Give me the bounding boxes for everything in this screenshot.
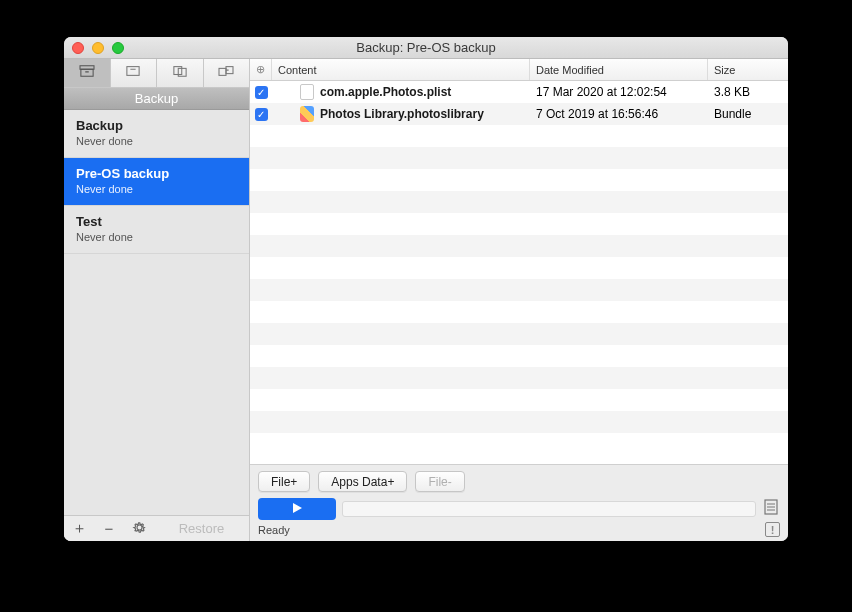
file-add-button[interactable]: File+: [258, 471, 310, 492]
document-lines-icon: [764, 499, 778, 519]
table-header: ⊕ Content Date Modified Size: [250, 59, 788, 81]
file-date: 7 Oct 2019 at 16:56:46: [530, 107, 708, 121]
tab-overlap[interactable]: [157, 59, 204, 87]
file-name: Photos Library.photoslibrary: [320, 107, 484, 121]
window-minimize-button[interactable]: [92, 42, 104, 54]
window-close-button[interactable]: [72, 42, 84, 54]
box-icon: [124, 64, 142, 82]
run-backup-button[interactable]: [258, 498, 336, 520]
log-button[interactable]: [762, 500, 780, 518]
tab-backup-plan[interactable]: [64, 59, 111, 87]
main-panel: ⊕ Content Date Modified Size ✓ com.apple…: [250, 59, 788, 541]
remove-backup-button[interactable]: −: [94, 516, 124, 542]
row-checkbox[interactable]: ✓: [255, 86, 268, 99]
file-name: com.apple.Photos.plist: [320, 85, 451, 99]
play-icon: [291, 500, 303, 518]
circle-plus-icon: ⊕: [256, 63, 265, 76]
sidebar-footer: ＋ − Restore: [64, 515, 249, 541]
progress-bar: [342, 501, 756, 517]
backup-item-name: Test: [76, 214, 237, 229]
svg-rect-1: [81, 69, 93, 76]
window-title: Backup: Pre-OS backup: [64, 40, 788, 55]
sync-squares-icon: [217, 64, 235, 82]
sidebar: Backup Backup Never done Pre-OS backup N…: [64, 59, 250, 541]
table-row[interactable]: ✓ Photos Library.photoslibrary 7 Oct 201…: [250, 103, 788, 125]
column-size[interactable]: Size: [708, 59, 788, 80]
sidebar-section-header: Backup: [64, 88, 249, 110]
backup-item-name: Backup: [76, 118, 237, 133]
column-date[interactable]: Date Modified: [530, 59, 708, 80]
bottom-bar: File+ Apps Data+ File- Ready !: [250, 464, 788, 541]
file-table[interactable]: ✓ com.apple.Photos.plist 17 Mar 2020 at …: [250, 81, 788, 464]
tab-archive[interactable]: [111, 59, 158, 87]
titlebar[interactable]: Backup: Pre-OS backup: [64, 37, 788, 59]
alert-button[interactable]: !: [765, 522, 780, 537]
plus-icon: ＋: [72, 519, 87, 538]
gear-icon: [132, 520, 147, 538]
file-icon: [300, 84, 314, 100]
file-remove-button[interactable]: File-: [415, 471, 464, 492]
apps-data-add-button[interactable]: Apps Data+: [318, 471, 407, 492]
backup-item[interactable]: Backup Never done: [64, 110, 249, 158]
file-date: 17 Mar 2020 at 12:02:54: [530, 85, 708, 99]
archive-box-icon: [78, 64, 96, 82]
backup-item-name: Pre-OS backup: [76, 166, 237, 181]
status-text: Ready: [258, 524, 290, 536]
backup-item-status: Never done: [76, 231, 237, 243]
backup-item-status: Never done: [76, 135, 237, 147]
backup-list: Backup Never done Pre-OS backup Never do…: [64, 110, 249, 515]
column-content[interactable]: Content: [272, 59, 530, 80]
file-size: Bundle: [708, 107, 788, 121]
backup-item-status: Never done: [76, 183, 237, 195]
settings-button[interactable]: [124, 516, 154, 542]
tab-sync[interactable]: [204, 59, 250, 87]
sidebar-tabs: [64, 59, 249, 88]
svg-rect-7: [219, 68, 226, 75]
row-checkbox[interactable]: ✓: [255, 108, 268, 121]
table-row[interactable]: ✓ com.apple.Photos.plist 17 Mar 2020 at …: [250, 81, 788, 103]
file-size: 3.8 KB: [708, 85, 788, 99]
app-window: Backup: Pre-OS backup: [64, 37, 788, 541]
svg-rect-3: [127, 67, 139, 76]
minus-icon: −: [105, 520, 114, 537]
backup-item[interactable]: Test Never done: [64, 206, 249, 254]
restore-button[interactable]: Restore: [154, 521, 249, 536]
backup-item[interactable]: Pre-OS backup Never done: [64, 158, 249, 206]
photos-library-icon: [300, 106, 314, 122]
alert-icon: !: [771, 524, 775, 536]
window-zoom-button[interactable]: [112, 42, 124, 54]
add-backup-button[interactable]: ＋: [64, 516, 94, 542]
svg-rect-0: [80, 66, 94, 70]
overlap-squares-icon: [171, 64, 189, 82]
column-check[interactable]: ⊕: [250, 59, 272, 80]
